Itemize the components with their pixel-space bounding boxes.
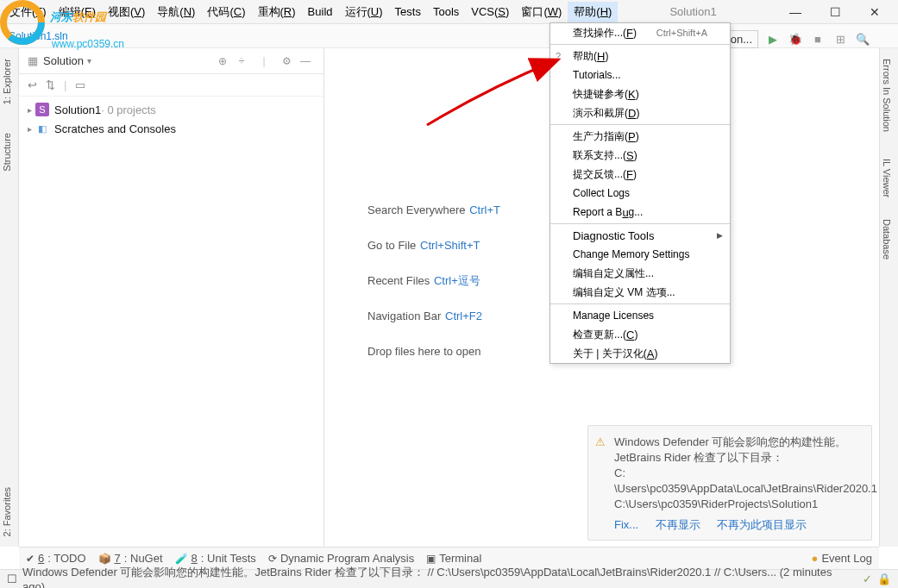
explorer-header: ▦ Solution ▾ ⊕ ÷ | ⚙ — [19,48,323,74]
menu-run[interactable]: 运行(U) [339,2,389,22]
menu-file[interactable]: 文件(F) [3,2,53,22]
rail-explorer[interactable]: 1: Explorer [0,52,14,111]
right-tool-rail: Errors In Solution IL Viewer Database [879,48,898,547]
menu-code[interactable]: 代码(C) [201,2,251,22]
link-fix[interactable]: Fix... [614,518,638,531]
menu-edit[interactable]: 编辑(E) [53,2,102,22]
tip-drop: Drop files here to open [367,341,500,361]
menu-collect-logs[interactable]: Collect Logs [550,184,730,203]
forward-icon[interactable]: ⇅ [46,78,55,91]
expand-icon[interactable]: ▸ [28,105,32,115]
menu-window[interactable]: 窗口(W) [515,2,568,22]
defender-notification: ⚠ Windows Defender 可能会影响您的构建性能。 JetBrain… [587,425,872,541]
bt-todo[interactable]: ✔ 6: TODO [26,552,86,565]
search-icon[interactable]: 🔍 [851,28,874,50]
menu-keymap-ref[interactable]: 快捷键参考(K) [550,84,730,103]
scratches-icon: ◧ [35,122,49,135]
tip-goto-file: Go to File Ctrl+Shift+T [367,235,500,255]
debug-button[interactable]: 🐞 [784,28,807,50]
stop-button[interactable]: ■ [807,28,829,50]
tree-label: Scratches and Consoles [54,122,176,135]
menu-submit-feedback[interactable]: 提交反馈...(F) [550,165,730,184]
solution-icon: S [35,103,49,116]
notification-line: \Users\pc0359\AppData\Local\JetBrains\Ri… [614,481,861,497]
status-lock-icon[interactable]: 🔒 [877,572,891,585]
menu-report-bug[interactable]: Report a Bug... [550,203,730,222]
empty-state-tips: Search Everywhere Ctrl+T Go to File Ctrl… [367,200,500,377]
close-button[interactable]: ✕ [855,0,895,24]
project-count: · 0 projects [101,103,156,116]
left-tool-rail: 1: Explorer Structure 2: Favorites [0,48,19,547]
tree-row-scratches[interactable]: ▸ ◧ Scratches and Consoles [19,119,323,138]
menu-help-item[interactable]: ?帮助(H) [550,47,730,66]
menubar: 文件(F) 编辑(E) 视图(V) 导航(N) 代码(C) 重构(R) Buil… [0,0,898,24]
help-dropdown-menu: 查找操作...(F)Ctrl+Shift+A ?帮助(H) Tutorials.… [549,22,731,364]
status-bar: ☐ Windows Defender 可能会影响您的构建性能。JetBrains… [0,569,898,588]
chevron-down-icon[interactable]: ▾ [87,56,91,66]
hide-icon[interactable]: — [296,55,315,67]
menu-nav[interactable]: 导航(N) [151,2,201,22]
link-dont-show-project[interactable]: 不再为此项目显示 [717,518,807,531]
rail-favorites[interactable]: 2: Favorites [0,480,14,543]
menu-productivity[interactable]: 生产力指南(P) [550,127,730,146]
bt-terminal[interactable]: ▣ Terminal [426,552,481,565]
status-check-icon: ✓ [863,572,872,585]
status-text: Windows Defender 可能会影响您的构建性能。JetBrains R… [22,565,857,588]
notification-line: Windows Defender 可能会影响您的构建性能。 [614,435,861,450]
menu-memory-settings[interactable]: Change Memory Settings [550,245,730,264]
menu-check-updates[interactable]: 检查更新...(C) [550,325,730,344]
tree-row-solution[interactable]: ▸ S Solution1 · 0 projects [19,100,323,119]
menu-about[interactable]: 关于 | 关于汉化(A) [550,344,730,363]
watermark-url: www.pc0359.cn [52,38,124,50]
tip-recent: Recent Files Ctrl+逗号 [367,271,500,291]
menu-tutorials[interactable]: Tutorials... [550,66,730,84]
explorer-panel: ▦ Solution ▾ ⊕ ÷ | ⚙ — ↩ ⇅ | ▭ ▸ S Solut… [19,48,324,547]
menu-refactor[interactable]: 重构(R) [252,2,302,22]
rail-database[interactable]: Database [880,212,894,266]
menu-demos[interactable]: 演示和截屏(D) [550,103,730,122]
menu-manage-licenses[interactable]: Manage Licenses [550,306,730,325]
submenu-arrow-icon: ▶ [717,231,723,240]
menu-tools[interactable]: Tools [427,2,465,22]
notification-line: JetBrains Rider 检查了以下目录： [614,450,861,466]
explorer-title: Solution [43,54,84,67]
rail-structure[interactable]: Structure [0,126,14,178]
collapse-icon[interactable]: ÷ [232,55,251,67]
rail-errors[interactable]: Errors In Solution [880,52,894,139]
menu-view[interactable]: 视图(V) [102,2,151,22]
menu-help[interactable]: 帮助(H) [568,2,618,22]
run-button[interactable]: ▶ [762,28,784,50]
back-icon[interactable]: ↩ [28,78,37,91]
bt-unit-tests[interactable]: 🧪 8: Unit Tests [175,552,256,565]
filter-icon[interactable]: ▭ [75,78,85,91]
tip-search: Search Everywhere Ctrl+T [367,200,500,220]
notification-line: C: [614,466,861,481]
window-title: Solution1 [669,5,716,18]
menu-diagnostic-tools[interactable]: Diagnostic Tools▶ [550,226,730,245]
explorer-toolbar: ↩ ⇅ | ▭ [19,74,323,97]
tip-navbar: Navigation Bar Ctrl+F2 [367,306,500,326]
menu-contact-support[interactable]: 联系支持...(S) [550,146,730,165]
maximize-button[interactable]: ☐ [815,0,855,24]
menu-build[interactable]: Build [302,2,339,22]
locate-icon[interactable]: ⊕ [213,55,232,67]
menu-find-action[interactable]: 查找操作...(F)Ctrl+Shift+A [550,23,730,42]
bt-event-log[interactable]: ● Event Log [812,552,872,565]
explorer-icon: ▦ [28,54,38,67]
settings-icon[interactable]: ⚙ [277,55,296,67]
solution-tree: ▸ S Solution1 · 0 projects ▸ ◧ Scratches… [19,97,323,141]
menu-vcs[interactable]: VCS(S) [465,2,515,22]
menu-tests[interactable]: Tests [389,2,427,22]
status-icon[interactable]: ☐ [7,572,17,585]
attach-button[interactable]: ⊞ [829,28,851,50]
rail-il-viewer[interactable]: IL Viewer [880,152,894,204]
minimize-button[interactable]: — [776,0,815,24]
help-icon: ? [556,51,561,61]
expand-icon[interactable]: ▸ [28,124,32,134]
bt-nuget[interactable]: 📦 7: NuGet [98,552,163,565]
link-dont-show[interactable]: 不再显示 [656,518,700,531]
tree-label: Solution1 [54,103,101,116]
menu-edit-props[interactable]: 编辑自定义属性... [550,264,730,283]
bt-dpa[interactable]: ⟳ Dynamic Program Analysis [268,552,414,565]
menu-edit-vm[interactable]: 编辑自定义 VM 选项... [550,283,730,302]
